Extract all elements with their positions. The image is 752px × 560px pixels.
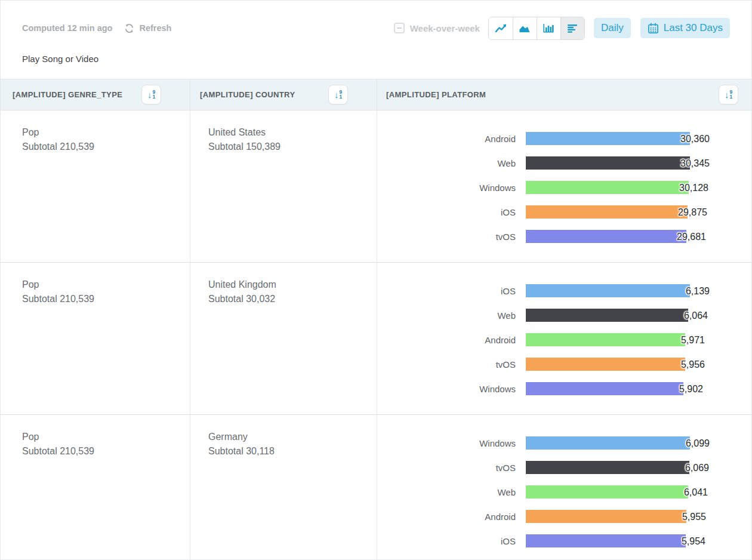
bar-track: 29,681 xyxy=(526,230,751,243)
calendar-icon xyxy=(648,23,659,34)
platform-label: iOS xyxy=(377,286,526,296)
platform-bar-row: Windows30,128 xyxy=(377,181,751,194)
bar-track: 5,956 xyxy=(526,358,751,371)
genre-subtotal: Subtotal 210,539 xyxy=(22,140,180,154)
bar[interactable] xyxy=(526,205,688,219)
horizontal-bar-chart-button[interactable] xyxy=(560,17,584,39)
bar-track: 30,128 xyxy=(526,181,751,194)
toolbar-left: Computed 12 min ago Refresh xyxy=(22,23,171,34)
bar[interactable] xyxy=(526,485,688,499)
platform-bar-row: iOS6,139 xyxy=(377,284,751,297)
genre-name: Pop xyxy=(22,125,180,140)
platform-bar-row: iOS29,875 xyxy=(377,205,751,219)
bar-value: 6,064 xyxy=(684,309,708,322)
platform-bar-row: tvOS29,681 xyxy=(377,230,751,243)
sort-9-1-digits: 91 xyxy=(339,90,342,99)
country-name: Germany xyxy=(208,430,367,444)
platform-bar-row: iOS5,954 xyxy=(377,534,751,547)
toolbar: Computed 12 min ago Refresh Week-over-we… xyxy=(22,17,730,39)
bar-track: 6,041 xyxy=(526,485,751,499)
area-chart-button[interactable] xyxy=(513,17,537,39)
date-range-label: Last 30 Days xyxy=(664,22,723,34)
sort-platform-button[interactable]: ↓ 91 xyxy=(719,85,738,104)
bar-value: 29,875 xyxy=(678,205,707,219)
bar-track: 29,875 xyxy=(526,205,751,219)
bar[interactable] xyxy=(526,156,690,170)
table-row: Pop Subtotal 210,539 United States Subto… xyxy=(1,110,751,263)
horizontal-bar-chart-icon xyxy=(566,22,579,34)
bar-track: 5,902 xyxy=(526,382,751,395)
bar[interactable] xyxy=(526,230,686,243)
platform-bar-row: Android5,955 xyxy=(377,510,751,523)
platform-label: iOS xyxy=(377,536,526,546)
computed-timestamp: Computed 12 min ago xyxy=(22,23,112,33)
genre-name: Pop xyxy=(22,430,180,444)
bar[interactable] xyxy=(526,181,689,194)
bar-value: 5,902 xyxy=(679,382,703,395)
sort-country-button[interactable]: ↓ 91 xyxy=(328,85,348,104)
platform-bar-row: Web6,041 xyxy=(377,485,751,499)
bar-value: 5,971 xyxy=(681,333,705,346)
platform-cell: iOS6,139Web6,064Android5,971tvOS5,956Win… xyxy=(377,263,751,414)
platform-bar-row: Windows6,099 xyxy=(377,436,751,450)
platform-label: Android xyxy=(377,512,526,522)
platform-label: iOS xyxy=(377,207,526,217)
line-chart-button[interactable] xyxy=(489,17,513,39)
platform-label: tvOS xyxy=(377,359,526,370)
platform-label: tvOS xyxy=(377,463,526,473)
bar-value: 5,956 xyxy=(681,358,705,371)
country-name: United Kingdom xyxy=(208,278,367,292)
country-subtotal: Subtotal 30,118 xyxy=(208,444,367,459)
genre-cell: Pop Subtotal 210,539 xyxy=(1,415,190,560)
platform-label: Windows xyxy=(377,183,526,193)
country-cell: United Kingdom Subtotal 30,032 xyxy=(190,263,377,414)
column-label: [AMPLITUDE] PLATFORM xyxy=(386,90,486,99)
platform-bar-row: tvOS6,069 xyxy=(377,461,751,474)
bar[interactable] xyxy=(526,534,686,547)
table-header: [AMPLITUDE] GENRE_TYPE ↓ 91 [AMPLITUDE] … xyxy=(1,79,751,110)
genre-subtotal: Subtotal 210,539 xyxy=(22,292,180,306)
column-header-platform: [AMPLITUDE] PLATFORM ↓ 91 xyxy=(377,79,751,110)
bar-value: 5,954 xyxy=(682,534,705,547)
platform-bar-row: Web6,064 xyxy=(377,309,751,322)
bar[interactable] xyxy=(526,284,690,297)
bar-value: 6,139 xyxy=(686,284,710,297)
bar[interactable] xyxy=(526,461,689,474)
genre-cell: Pop Subtotal 210,539 xyxy=(1,263,190,414)
sort-genre-button[interactable]: ↓ 91 xyxy=(141,85,161,104)
event-title: Play Song or Video xyxy=(22,54,730,64)
table-body: Pop Subtotal 210,539 United States Subto… xyxy=(1,110,751,560)
column-chart-button[interactable] xyxy=(537,17,560,39)
platform-bar-row: tvOS5,956 xyxy=(377,358,751,371)
week-over-week-label: Week-over-week xyxy=(410,23,480,33)
week-over-week-checkbox[interactable] xyxy=(394,23,405,33)
refresh-icon xyxy=(124,23,135,34)
country-cell: Germany Subtotal 30,118 xyxy=(190,415,377,560)
bar[interactable] xyxy=(526,333,685,346)
bar[interactable] xyxy=(526,358,685,371)
country-subtotal: Subtotal 150,389 xyxy=(208,140,367,154)
genre-cell: Pop Subtotal 210,539 xyxy=(1,110,190,262)
sort-9-1-digits: 91 xyxy=(729,90,732,99)
country-name: United States xyxy=(208,125,367,140)
bar[interactable] xyxy=(526,132,690,145)
bar-track: 30,360 xyxy=(526,132,751,145)
refresh-button[interactable]: Refresh xyxy=(124,23,171,34)
platform-cell: Android30,360Web30,345Windows30,128iOS29… xyxy=(377,110,751,262)
platform-bar-row: Android5,971 xyxy=(377,333,751,346)
bar-value: 30,345 xyxy=(680,156,710,170)
column-label: [AMPLITUDE] COUNTRY xyxy=(200,90,295,99)
granularity-button[interactable]: Daily xyxy=(594,18,631,38)
bar[interactable] xyxy=(526,510,686,523)
bar-track: 5,971 xyxy=(526,333,751,346)
date-range-button[interactable]: Last 30 Days xyxy=(640,18,730,38)
bar[interactable] xyxy=(526,436,690,450)
sort-descending-icon: ↓ xyxy=(334,90,339,99)
bar[interactable] xyxy=(526,309,688,322)
bar[interactable] xyxy=(526,382,683,395)
bar-track: 30,345 xyxy=(526,156,751,170)
platform-label: Web xyxy=(377,158,526,168)
platform-bars: iOS6,139Web6,064Android5,971tvOS5,956Win… xyxy=(377,284,751,395)
bar-track: 5,954 xyxy=(526,534,751,547)
line-chart-icon xyxy=(494,22,507,34)
